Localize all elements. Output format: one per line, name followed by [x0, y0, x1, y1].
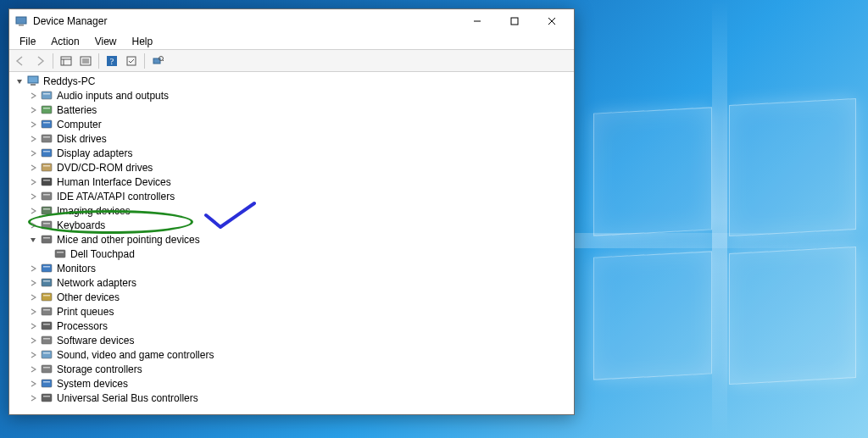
- svg-rect-52: [43, 309, 50, 311]
- svg-text:?: ?: [110, 57, 114, 66]
- expand-icon[interactable]: [26, 89, 40, 103]
- tree-item-label: Other devices: [57, 291, 120, 303]
- tree-item[interactable]: Storage controllers: [9, 362, 574, 376]
- tree-item-label: Sound, video and game controllers: [57, 349, 214, 361]
- svg-rect-22: [43, 93, 50, 95]
- svg-rect-26: [43, 122, 50, 124]
- tree-item-label: Software devices: [57, 335, 134, 347]
- tree-item[interactable]: Disk drives: [9, 131, 574, 146]
- svg-rect-45: [42, 264, 52, 272]
- svg-rect-42: [43, 237, 50, 239]
- toolbar-separator: [53, 53, 53, 69]
- svg-rect-51: [42, 308, 52, 315]
- svg-rect-37: [42, 207, 52, 214]
- tree-item[interactable]: IDE ATA/ATAPI controllers: [9, 189, 574, 203]
- svg-rect-21: [42, 91, 52, 99]
- toolbar-scan-button[interactable]: [148, 52, 167, 70]
- tree-item[interactable]: Batteries: [9, 103, 574, 117]
- toolbar-help-button[interactable]: ?: [103, 52, 121, 70]
- svg-rect-3: [511, 18, 518, 25]
- device-icon: [53, 247, 67, 261]
- expand-icon[interactable]: [26, 319, 40, 333]
- svg-rect-35: [42, 192, 52, 200]
- expand-icon[interactable]: [26, 132, 40, 146]
- collapse-icon[interactable]: [26, 233, 40, 247]
- tree-item[interactable]: Display adapters: [9, 146, 574, 160]
- tree-child-item[interactable]: Dell Touchpad: [9, 247, 574, 261]
- svg-rect-19: [28, 76, 38, 83]
- toolbar-list-button[interactable]: [57, 52, 75, 70]
- titlebar[interactable]: Device Manager: [9, 9, 574, 33]
- expand-icon[interactable]: [26, 118, 40, 131]
- tree-item[interactable]: Computer: [9, 117, 574, 131]
- tree-item[interactable]: System devices: [9, 376, 574, 391]
- back-button[interactable]: [11, 52, 30, 70]
- tree-item[interactable]: Monitors: [9, 261, 574, 275]
- maximize-button[interactable]: [496, 9, 533, 33]
- category-icon: [40, 305, 53, 319]
- svg-rect-20: [31, 84, 36, 86]
- collapse-icon[interactable]: [13, 75, 26, 88]
- expand-icon[interactable]: [26, 334, 40, 347]
- svg-rect-58: [43, 352, 50, 354]
- toolbar-refresh-button[interactable]: [122, 52, 141, 70]
- tree-root[interactable]: Reddys-PC: [9, 74, 574, 88]
- svg-rect-43: [55, 250, 65, 258]
- wallpaper-pane-bl: [593, 251, 712, 380]
- close-button[interactable]: [533, 9, 570, 33]
- expand-icon[interactable]: [26, 175, 40, 189]
- svg-rect-60: [43, 367, 50, 369]
- expand-icon[interactable]: [26, 147, 40, 160]
- tree-item[interactable]: Network adapters: [9, 275, 574, 290]
- expand-icon[interactable]: [26, 377, 40, 391]
- tree-item[interactable]: Keyboards: [9, 218, 574, 232]
- tree-item-label: System devices: [57, 378, 128, 390]
- expand-icon[interactable]: [26, 391, 40, 405]
- app-icon: [14, 14, 28, 28]
- expand-icon[interactable]: [26, 276, 40, 290]
- computer-icon: [26, 75, 40, 88]
- svg-rect-32: [43, 165, 50, 167]
- category-icon: [40, 132, 53, 146]
- svg-rect-33: [42, 178, 52, 186]
- menu-view[interactable]: View: [88, 34, 124, 49]
- expand-icon[interactable]: [26, 291, 40, 304]
- svg-rect-54: [43, 324, 50, 325]
- menu-action[interactable]: Action: [44, 34, 86, 49]
- forward-button[interactable]: [31, 52, 49, 70]
- tree-item[interactable]: Human Interface Devices: [9, 175, 574, 189]
- toolbar-details-button[interactable]: [76, 52, 95, 70]
- tree-item[interactable]: Other devices: [9, 290, 574, 304]
- tree-item[interactable]: Print queues: [9, 304, 574, 319]
- tree-item[interactable]: Sound, video and game controllers: [9, 347, 574, 362]
- svg-rect-15: [127, 57, 136, 65]
- tree-item[interactable]: Mice and other pointing devices: [9, 232, 574, 247]
- category-icon: [40, 262, 53, 275]
- tree-item-label: IDE ATA/ATAPI controllers: [57, 191, 175, 202]
- expand-icon[interactable]: [26, 204, 40, 218]
- svg-rect-56: [43, 338, 50, 340]
- tree-item[interactable]: Audio inputs and outputs: [9, 88, 574, 103]
- expand-icon[interactable]: [26, 190, 40, 203]
- svg-rect-30: [43, 151, 50, 152]
- tree-item[interactable]: DVD/CD-ROM drives: [9, 160, 574, 175]
- menu-file[interactable]: File: [13, 34, 42, 49]
- tree-item[interactable]: Processors: [9, 319, 574, 333]
- svg-rect-48: [43, 280, 50, 282]
- tree-item[interactable]: Imaging devices: [9, 203, 574, 218]
- svg-rect-1: [19, 25, 24, 26]
- expand-icon[interactable]: [26, 219, 40, 232]
- expand-icon[interactable]: [26, 363, 40, 376]
- expand-icon[interactable]: [26, 161, 40, 175]
- expand-icon[interactable]: [26, 305, 40, 319]
- svg-rect-38: [43, 208, 50, 210]
- tree-item[interactable]: Software devices: [9, 333, 574, 347]
- tree-item[interactable]: Universal Serial Bus controllers: [9, 391, 574, 405]
- toolbar-separator: [144, 53, 145, 69]
- expand-icon[interactable]: [26, 262, 40, 275]
- expand-icon[interactable]: [26, 103, 40, 117]
- expand-icon[interactable]: [26, 348, 40, 362]
- menu-help[interactable]: Help: [125, 34, 160, 49]
- device-tree[interactable]: Reddys-PCAudio inputs and outputsBatteri…: [9, 72, 574, 414]
- minimize-button[interactable]: [459, 9, 496, 33]
